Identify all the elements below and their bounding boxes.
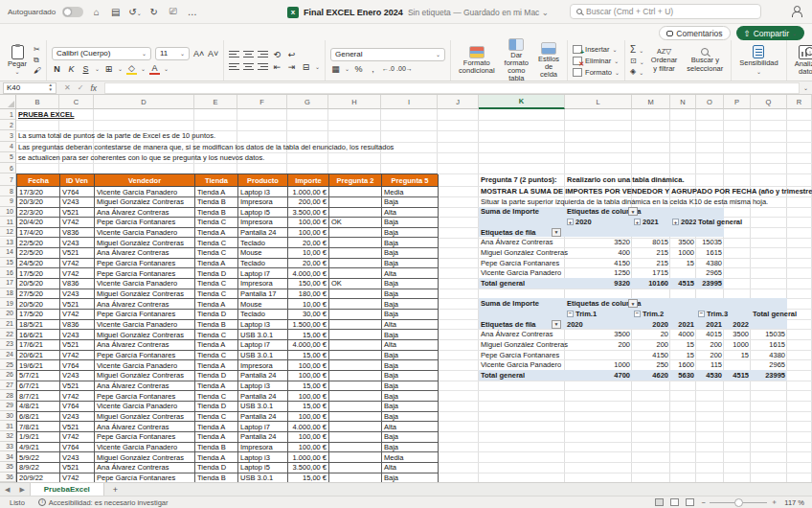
table-cell[interactable]: Pantalla 24 [238, 371, 288, 381]
table-cell[interactable]: Vicente García Panadero [95, 360, 195, 371]
table-cell[interactable]: V521 [60, 208, 95, 219]
table-cell[interactable] [329, 310, 382, 320]
table-cell[interactable]: V243 [60, 330, 95, 340]
row-header-30[interactable]: 30 [0, 411, 16, 422]
pivot1-total-label[interactable]: Total general [479, 278, 565, 289]
table-cell[interactable]: 20/6/21 [17, 351, 60, 361]
table-cell[interactable]: 100,00 € [288, 412, 329, 423]
table-cell[interactable]: Laptop i3 [238, 320, 288, 331]
row-header-17[interactable]: 17 [0, 278, 16, 289]
table-cell[interactable]: Laptop i3 [238, 187, 288, 197]
next-sheet-icon[interactable]: ▶ [14, 483, 29, 496]
row-header-15[interactable]: 15 [0, 258, 16, 268]
column-header-I[interactable]: I [381, 95, 438, 109]
table-cell[interactable]: 6/8/21 [17, 412, 60, 423]
column-header-F[interactable]: F [237, 95, 287, 109]
pivot1-colhead-2022[interactable]: +2022 [670, 217, 696, 227]
pivot2-grand-total[interactable]: 23995 [751, 370, 787, 381]
pivot2-value[interactable]: 250 [632, 359, 670, 370]
table-cell[interactable]: Tienda A [195, 360, 238, 371]
table-cell[interactable] [329, 443, 382, 453]
select-all-corner[interactable] [0, 95, 16, 109]
table-cell[interactable] [329, 381, 382, 392]
table-cell[interactable]: Tienda A [195, 422, 238, 432]
table-cell[interactable]: 100,00 € [288, 432, 329, 443]
table-cell[interactable]: Baja [382, 279, 439, 289]
table-cell[interactable]: Tienda C [195, 330, 238, 340]
row-header-3[interactable]: 3 [0, 130, 16, 141]
row-header-11[interactable]: 11 [0, 217, 16, 227]
row-header-32[interactable]: 32 [0, 431, 16, 442]
pivot1-total-colhead[interactable]: Total general [696, 217, 750, 227]
table-cell[interactable]: Pantalla 24 [238, 228, 288, 239]
table-cell[interactable]: Tienda B [195, 443, 238, 453]
row-header-5[interactable]: 5 [0, 152, 16, 163]
table-cell[interactable]: V521 [60, 248, 95, 259]
table-cell[interactable] [329, 299, 382, 310]
conditional-formatting-button[interactable]: Formato condicional [456, 46, 498, 76]
copy-icon[interactable]: ⧉ [34, 57, 41, 64]
table-cell[interactable]: Baja [382, 310, 439, 320]
fill-button[interactable]: ⊡ ⌄ [630, 58, 644, 65]
pivot2-value[interactable]: 200 [696, 350, 724, 360]
table-cell[interactable]: V836 [60, 228, 95, 239]
table-cell[interactable]: Tienda C [195, 218, 238, 228]
table-cell[interactable]: Miguel González Contreras [95, 371, 195, 381]
table-cell[interactable]: 30,00 € [288, 310, 329, 320]
table-header-pregunta-5[interactable]: Pregunta 5 [382, 174, 439, 187]
table-cell[interactable]: Baja [382, 412, 439, 423]
row-header-31[interactable]: 31 [0, 421, 16, 431]
pivot2-row-name[interactable]: Ana Álvarez Contreras [479, 329, 565, 339]
more-commands-icon[interactable]: … [186, 7, 198, 17]
table-cell[interactable]: 4.000,00 € [288, 268, 329, 279]
row-header-16[interactable]: 16 [0, 267, 16, 278]
table-cell[interactable]: Teclado [238, 259, 288, 269]
table-cell[interactable]: V764 [60, 360, 95, 371]
table-cell[interactable]: 4/9/21 [17, 443, 60, 453]
column-header-N[interactable]: N [670, 95, 696, 109]
pivot2-value[interactable]: 15 [724, 350, 751, 360]
pivot2-value[interactable]: 4015 [696, 329, 724, 339]
row-header-21[interactable]: 21 [0, 319, 16, 330]
pivot-expander-icon[interactable]: + [567, 219, 574, 225]
table-cell[interactable]: Laptop i3 [238, 381, 288, 392]
column-header-R[interactable]: R [787, 95, 812, 109]
row-header-23[interactable]: 23 [0, 339, 16, 350]
format-as-table-button[interactable]: Dar formato como tabla [502, 38, 531, 83]
save-icon[interactable]: ▤ [109, 7, 122, 17]
table-cell[interactable]: 4.000,00 € [288, 422, 329, 432]
table-cell[interactable] [329, 259, 382, 269]
table-cell[interactable]: Impresora [238, 218, 288, 228]
table-cell[interactable]: Tienda C [195, 351, 238, 361]
pivot1-value[interactable]: 15 [670, 258, 696, 268]
pivot1-col-total[interactable]: 10160 [632, 278, 670, 289]
table-cell[interactable]: 8/9/22 [17, 463, 60, 473]
table-cell[interactable]: Miguel González Contreras [95, 330, 195, 340]
table-cell[interactable]: Laptop i3 [238, 452, 288, 463]
table-cell[interactable]: 20/5/20 [17, 299, 60, 310]
row-header-18[interactable]: 18 [0, 289, 16, 299]
table-cell[interactable] [329, 320, 382, 331]
table-cell[interactable]: 15,00 € [288, 381, 329, 392]
pivot2-total-label[interactable]: Total general [479, 370, 565, 381]
column-header-L[interactable]: L [565, 95, 632, 109]
pivot-expander-icon[interactable]: + [672, 219, 679, 225]
percent-style-icon[interactable]: % [353, 64, 364, 74]
table-cell[interactable]: Baja [382, 330, 439, 340]
redo-icon[interactable]: ↻ [147, 7, 160, 17]
table-cell[interactable]: Media [382, 452, 439, 463]
table-cell[interactable]: Tienda C [195, 248, 238, 259]
table-cell[interactable]: 1.000,00 € [288, 452, 329, 463]
column-header-C[interactable]: C [59, 95, 94, 109]
table-cell[interactable]: V243 [60, 412, 95, 423]
table-cell[interactable]: Tienda A [195, 452, 238, 463]
pivot1-value[interactable]: 215 [632, 247, 670, 258]
table-cell[interactable] [329, 208, 382, 219]
table-cell[interactable]: Miguel González Contreras [95, 197, 195, 208]
cell-question-note[interactable]: Realizarlo con una tabla dinámica. [565, 173, 804, 186]
table-cell[interactable]: Tienda A [195, 259, 238, 269]
align-middle-icon[interactable] [243, 50, 254, 59]
format-cells-button[interactable]: Formato ⌄ [573, 68, 620, 77]
table-cell[interactable] [329, 197, 382, 208]
share-button[interactable]: ⇧Compartir ⌄ [736, 26, 804, 40]
